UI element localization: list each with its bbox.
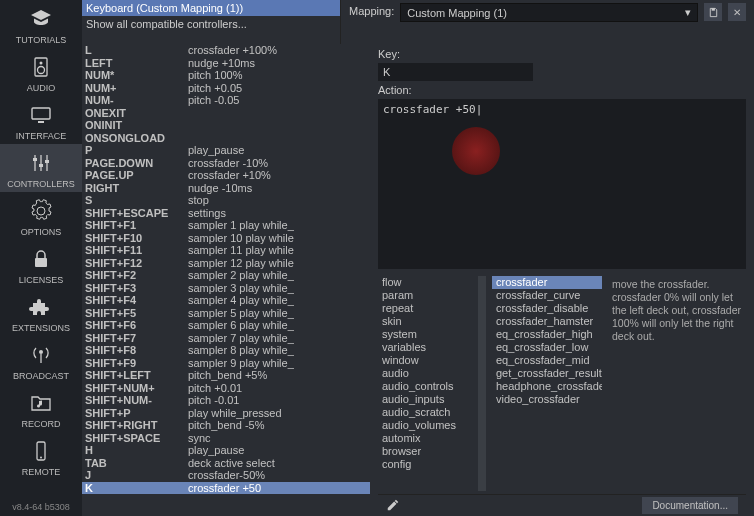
nav-licenses[interactable]: LICENSES — [0, 240, 82, 288]
verb-item[interactable]: crossfader_curve — [492, 289, 602, 302]
key-row[interactable]: Kcrossfader +50 — [82, 482, 370, 495]
category-item[interactable]: audio_volumes — [378, 419, 472, 432]
nav-broadcast[interactable]: BROADCAST — [0, 336, 82, 384]
category-item[interactable]: audio_controls — [378, 380, 472, 393]
key-row[interactable]: SHIFT+F10sampler 10 play while — [82, 232, 370, 245]
category-item[interactable]: param — [378, 289, 472, 302]
key-row[interactable]: NUM-pitch -0.05 — [82, 94, 370, 107]
category-item[interactable]: variables — [378, 341, 472, 354]
category-item[interactable]: config — [378, 458, 472, 471]
nav-extensions[interactable]: EXTENSIONS — [0, 288, 82, 336]
key-row[interactable]: RIGHTnudge -10ms — [82, 182, 370, 195]
key-binding-list[interactable]: Lcrossfader +100%LEFTnudge +10msNUM*pitc… — [82, 44, 370, 516]
svg-point-9 — [39, 350, 43, 354]
key-row[interactable]: TABdeck active select — [82, 457, 370, 470]
verb-item[interactable]: crossfader_hamster — [492, 315, 602, 328]
category-item[interactable]: audio_inputs — [378, 393, 472, 406]
verb-item[interactable]: eq_crossfader_low — [492, 341, 602, 354]
key-row[interactable]: SHIFT+F1sampler 1 play while_ — [82, 219, 370, 232]
nav-audio[interactable]: AUDIO — [0, 48, 82, 96]
key-row[interactable]: LEFTnudge +10ms — [82, 57, 370, 70]
key-row[interactable]: SHIFT+Pplay while_pressed — [82, 407, 370, 420]
top-bar: Keyboard (Custom Mapping (1)) Show all c… — [82, 0, 754, 44]
verb-item[interactable]: crossfader — [492, 276, 602, 289]
key-row[interactable]: ONSONGLOAD — [82, 132, 370, 145]
phone-icon — [25, 437, 57, 465]
key-input[interactable] — [378, 63, 533, 81]
category-list[interactable]: flowparamrepeatskinsystemvariableswindow… — [378, 276, 472, 491]
key-row[interactable]: SHIFT+F8sampler 8 play while_ — [82, 344, 370, 357]
key-row[interactable]: Sstop — [82, 194, 370, 207]
editor-pane: Key: Action: flowparamrepeatskinsystemva… — [370, 44, 754, 516]
documentation-button[interactable]: Documentation... — [642, 497, 738, 514]
key-row[interactable]: SHIFT+F6sampler 6 play while_ — [82, 319, 370, 332]
key-row[interactable]: NUM+pitch +0.05 — [82, 82, 370, 95]
key-row[interactable]: Jcrossfader-50% — [82, 469, 370, 482]
key-row[interactable]: SHIFT+RIGHTpitch_bend -5% — [82, 419, 370, 432]
nav-remote[interactable]: REMOTE — [0, 432, 82, 480]
key-row[interactable]: SHIFT+F2sampler 2 play while_ — [82, 269, 370, 282]
category-item[interactable]: audio_scratch — [378, 406, 472, 419]
key-row[interactable]: SHIFT+NUM+pitch +0.01 — [82, 382, 370, 395]
category-item[interactable]: automix — [378, 432, 472, 445]
puzzle-icon — [25, 293, 57, 321]
save-mapping-button[interactable] — [704, 3, 722, 21]
mapping-dropdown[interactable]: Custom Mapping (1) ▾ — [400, 3, 698, 22]
key-row[interactable]: NUM*pitch 100% — [82, 69, 370, 82]
nav-record[interactable]: RECORD — [0, 384, 82, 432]
key-row[interactable]: SHIFT+F3sampler 3 play while_ — [82, 282, 370, 295]
action-label: Action: — [378, 84, 746, 96]
nav-tutorials[interactable]: TUTORIALS — [0, 0, 82, 48]
category-item[interactable]: browser — [378, 445, 472, 458]
key-row[interactable]: SHIFT+SPACEsync — [82, 432, 370, 445]
music-folder-icon — [25, 389, 57, 417]
device-list[interactable]: Keyboard (Custom Mapping (1)) Show all c… — [82, 0, 341, 44]
verb-item[interactable]: headphone_crossfade — [492, 380, 602, 393]
nav-controllers[interactable]: CONTROLLERS — [0, 144, 82, 192]
category-item[interactable]: window — [378, 354, 472, 367]
nav-options[interactable]: OPTIONS — [0, 192, 82, 240]
verb-item[interactable]: crossfader_disable — [492, 302, 602, 315]
key-row[interactable]: SHIFT+F5sampler 5 play while_ — [82, 307, 370, 320]
category-item[interactable]: audio — [378, 367, 472, 380]
svg-point-11 — [40, 457, 42, 459]
verb-item[interactable]: get_crossfader_result — [492, 367, 602, 380]
svg-rect-4 — [38, 121, 44, 123]
verb-item[interactable]: eq_crossfader_mid — [492, 354, 602, 367]
key-row[interactable]: SHIFT+F4sampler 4 play while_ — [82, 294, 370, 307]
close-mapping-button[interactable]: ✕ — [728, 3, 746, 21]
verb-item[interactable]: video_crossfader — [492, 393, 602, 406]
scrollbar[interactable] — [478, 276, 486, 491]
device-show-all[interactable]: Show all compatible controllers... — [82, 16, 340, 32]
key-row[interactable]: ONINIT — [82, 119, 370, 132]
verb-item[interactable]: eq_crossfader_high — [492, 328, 602, 341]
key-row[interactable]: SHIFT+LEFTpitch_bend +5% — [82, 369, 370, 382]
svg-rect-3 — [32, 108, 50, 119]
category-item[interactable]: skin — [378, 315, 472, 328]
key-row[interactable]: Lcrossfader +100% — [82, 44, 370, 57]
key-row[interactable]: SHIFT+F12sampler 12 play while — [82, 257, 370, 270]
key-row[interactable]: Hplay_pause — [82, 444, 370, 457]
key-row[interactable]: PAGE.UPcrossfader +10% — [82, 169, 370, 182]
key-row[interactable]: Pplay_pause — [82, 144, 370, 157]
key-row[interactable]: ONEXIT — [82, 107, 370, 120]
category-item[interactable]: flow — [378, 276, 472, 289]
key-row[interactable]: SHIFT+F11sampler 11 play while — [82, 244, 370, 257]
category-item[interactable]: repeat — [378, 302, 472, 315]
settings-sidebar: TUTORIALS AUDIO INTERFACE CONTROLLERS OP… — [0, 0, 82, 516]
key-row[interactable]: SHIFT+NUM-pitch -0.01 — [82, 394, 370, 407]
action-wrapper — [378, 99, 746, 271]
svg-point-2 — [38, 67, 45, 74]
key-row[interactable]: SHIFT+ESCAPEsettings — [82, 207, 370, 220]
key-row[interactable]: SHIFT+F9sampler 9 play while_ — [82, 357, 370, 370]
device-selected[interactable]: Keyboard (Custom Mapping (1)) — [82, 0, 340, 16]
action-input[interactable] — [378, 99, 746, 269]
svg-rect-6 — [39, 164, 43, 167]
key-row[interactable]: PAGE.DOWNcrossfader -10% — [82, 157, 370, 170]
verb-list[interactable]: crossfadercrossfader_curvecrossfader_dis… — [492, 276, 602, 491]
category-item[interactable]: system — [378, 328, 472, 341]
edit-icon[interactable] — [386, 498, 402, 514]
nav-interface[interactable]: INTERFACE — [0, 96, 82, 144]
svg-rect-12 — [711, 8, 714, 10]
key-row[interactable]: SHIFT+F7sampler 7 play while_ — [82, 332, 370, 345]
